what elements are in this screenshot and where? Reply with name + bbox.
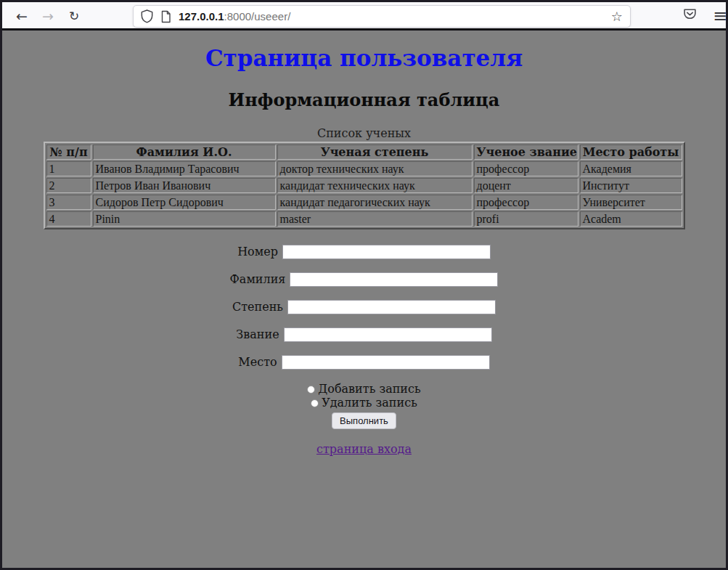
- cell-number: 1: [46, 161, 91, 176]
- section-heading: Информационная таблица: [2, 89, 726, 110]
- table-header-row: № п/п Фамилия И.О. Ученая степень Ученое…: [46, 144, 682, 160]
- form-row-rank: Звание: [2, 327, 726, 341]
- cell-workplace: Университет: [580, 195, 682, 210]
- rank-label: Звание: [236, 327, 279, 341]
- cell-workplace: Academ: [580, 211, 682, 227]
- table-row: 2 Петров Иван Иванович кандидат техничес…: [46, 178, 682, 193]
- col-header-workplace: Место работы: [580, 144, 682, 160]
- reload-button[interactable]: ↻: [63, 5, 85, 27]
- login-page-link[interactable]: страница входа: [316, 442, 412, 456]
- url-text: 127.0.0.1:8000/useeer/: [179, 10, 611, 23]
- col-header-number: № п/п: [46, 144, 91, 160]
- table-row: 3 Сидоров Петр Сидорович кандидат педаго…: [46, 195, 682, 210]
- forward-button[interactable]: →: [37, 5, 59, 27]
- col-header-rank: Ученое звание: [474, 144, 578, 160]
- link-line: страница входа: [2, 442, 726, 456]
- cell-degree: кандидат технических наук: [277, 178, 473, 193]
- number-label: Номер: [237, 245, 278, 258]
- browser-toolbar: ← → ↻ 127.0.0.1:8000/useeer/ ☆ ≡: [2, 2, 726, 30]
- cell-workplace: Академия: [580, 161, 682, 176]
- form-row-number: Номер: [2, 244, 726, 258]
- radio-line-delete: Удалить запись: [2, 396, 726, 410]
- url-bar[interactable]: 127.0.0.1:8000/useeer/ ☆: [133, 5, 631, 28]
- col-header-surname: Фамилия И.О.: [93, 144, 276, 160]
- cell-rank: профессор: [474, 161, 578, 176]
- radio-line-add: Добавить запись: [2, 382, 726, 396]
- back-button[interactable]: ←: [11, 5, 33, 27]
- delete-record-radio[interactable]: [311, 399, 319, 407]
- cell-number: 2: [46, 178, 91, 193]
- number-input[interactable]: [282, 245, 491, 259]
- table-caption: Список ученых: [44, 126, 685, 142]
- degree-label: Степень: [232, 300, 283, 314]
- cell-surname: Pinin: [93, 211, 276, 227]
- cell-surname: Иванов Владимир Тарасович: [93, 161, 276, 176]
- scientists-table: Список ученых № п/п Фамилия И.О. Ученая …: [44, 126, 685, 229]
- surname-label: Фамилия: [230, 272, 286, 286]
- form-row-surname: Фамилия: [2, 272, 726, 286]
- table-row: 4 Pinin master profi Academ: [46, 211, 682, 227]
- menu-button[interactable]: ≡: [711, 4, 728, 28]
- cell-surname: Сидоров Петр Сидорович: [93, 195, 276, 210]
- cell-workplace: Институт: [580, 178, 682, 193]
- bookmark-star-icon[interactable]: ☆: [611, 10, 623, 23]
- url-path: :8000/useeer/: [224, 10, 291, 23]
- page-icon[interactable]: [160, 10, 171, 23]
- page-content: Страница пользователя Информационная таб…: [2, 30, 726, 568]
- surname-input[interactable]: [290, 272, 498, 287]
- execute-button[interactable]: Выполнить: [332, 412, 396, 429]
- add-record-label: Добавить запись: [318, 382, 420, 396]
- cell-number: 3: [46, 195, 91, 210]
- rank-input[interactable]: [284, 327, 492, 342]
- form-row-place: Место: [2, 354, 726, 369]
- place-input[interactable]: [282, 355, 490, 370]
- form-row-degree: Степень: [2, 299, 726, 314]
- record-form: Номер Фамилия Степень Звание Место Добав…: [2, 244, 726, 429]
- cell-rank: доцент: [474, 178, 578, 193]
- url-host: 127.0.0.1: [179, 10, 224, 23]
- browser-window: ← → ↻ 127.0.0.1:8000/useeer/ ☆ ≡ Страниц…: [0, 0, 728, 570]
- cell-degree: кандидат педагогических наук: [277, 195, 473, 210]
- cell-degree: master: [277, 211, 473, 227]
- cell-number: 4: [46, 211, 91, 227]
- cell-surname: Петров Иван Иванович: [93, 178, 276, 193]
- place-label: Место: [238, 355, 277, 369]
- pocket-icon[interactable]: [683, 8, 697, 23]
- degree-input[interactable]: [287, 300, 496, 314]
- add-record-radio[interactable]: [307, 386, 315, 394]
- shield-icon[interactable]: [141, 9, 153, 23]
- table-row: 1 Иванов Владимир Тарасович доктор техни…: [46, 161, 682, 176]
- cell-rank: профессор: [474, 195, 578, 210]
- page-title: Страница пользователя: [2, 45, 726, 71]
- cell-degree: доктор технических наук: [277, 161, 473, 176]
- delete-record-label: Удалить запись: [322, 396, 417, 410]
- cell-rank: profi: [474, 211, 578, 227]
- col-header-degree: Ученая степень: [277, 144, 473, 160]
